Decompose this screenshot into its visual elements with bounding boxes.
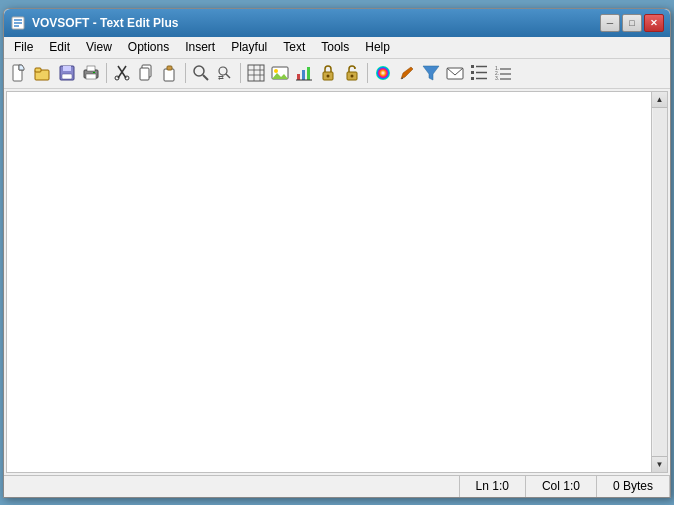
svg-rect-28 xyxy=(248,65,264,81)
separator-4 xyxy=(367,63,368,83)
app-icon xyxy=(10,15,26,31)
svg-rect-35 xyxy=(297,74,300,80)
text-editor[interactable] xyxy=(7,92,651,472)
filter-button[interactable] xyxy=(420,62,442,84)
svg-marker-5 xyxy=(19,65,24,70)
svg-rect-14 xyxy=(93,72,95,73)
svg-point-23 xyxy=(194,66,204,76)
cut-button[interactable] xyxy=(111,62,133,84)
unlock-button[interactable] xyxy=(341,62,363,84)
save-button[interactable] xyxy=(56,62,78,84)
separator-1 xyxy=(106,63,107,83)
status-bar: Ln 1:0 Col 1:0 0 Bytes xyxy=(4,475,670,497)
menu-options[interactable]: Options xyxy=(120,38,177,56)
main-window: VOVSOFT - Text Edit Plus ─ □ ✕ File Edit… xyxy=(3,8,671,498)
svg-point-42 xyxy=(351,75,354,78)
replace-button[interactable]: ⇄ xyxy=(214,62,236,84)
menu-playful[interactable]: Playful xyxy=(223,38,275,56)
svg-rect-37 xyxy=(307,67,310,80)
svg-text:3.: 3. xyxy=(495,75,499,81)
svg-rect-9 xyxy=(63,66,71,71)
svg-point-40 xyxy=(327,75,330,78)
menu-file[interactable]: File xyxy=(6,38,41,56)
numbered-list-button[interactable]: 1.2.3. xyxy=(492,62,514,84)
chart-button[interactable] xyxy=(293,62,315,84)
svg-point-43 xyxy=(376,66,390,80)
editor-area: ▲ ▼ xyxy=(6,91,668,473)
status-line-col: Ln 1:0 xyxy=(460,476,526,497)
menu-help[interactable]: Help xyxy=(357,38,398,56)
svg-rect-51 xyxy=(471,77,474,80)
scroll-down-button[interactable]: ▼ xyxy=(652,456,668,472)
table-button[interactable] xyxy=(245,62,267,84)
window-title: VOVSOFT - Text Edit Plus xyxy=(32,16,178,30)
menu-tools[interactable]: Tools xyxy=(313,38,357,56)
image-button[interactable] xyxy=(269,62,291,84)
status-spacer xyxy=(4,476,460,497)
svg-line-24 xyxy=(203,75,208,80)
svg-text:⇄: ⇄ xyxy=(218,74,224,81)
scroll-track[interactable] xyxy=(653,108,667,456)
menu-text[interactable]: Text xyxy=(275,38,313,56)
new-button[interactable] xyxy=(8,62,30,84)
status-col: Col 1:0 xyxy=(526,476,597,497)
list-button[interactable] xyxy=(468,62,490,84)
status-size: 0 Bytes xyxy=(597,476,670,497)
open-button[interactable] xyxy=(32,62,54,84)
email-button[interactable] xyxy=(444,62,466,84)
svg-rect-20 xyxy=(140,68,149,80)
print-button[interactable] xyxy=(80,62,102,84)
svg-rect-47 xyxy=(471,65,474,68)
svg-rect-49 xyxy=(471,71,474,74)
copy-button[interactable] xyxy=(135,62,157,84)
svg-rect-22 xyxy=(167,66,172,70)
menu-edit[interactable]: Edit xyxy=(41,38,78,56)
title-controls: ─ □ ✕ xyxy=(600,14,664,32)
svg-rect-12 xyxy=(86,74,96,79)
close-button[interactable]: ✕ xyxy=(644,14,664,32)
menu-view[interactable]: View xyxy=(78,38,120,56)
toolbar: ⇄ xyxy=(4,59,670,89)
svg-point-34 xyxy=(274,69,278,73)
color-button[interactable] xyxy=(372,62,394,84)
svg-rect-36 xyxy=(302,70,305,80)
svg-rect-21 xyxy=(164,69,174,81)
lock-button[interactable] xyxy=(317,62,339,84)
find-button[interactable] xyxy=(190,62,212,84)
scroll-up-button[interactable]: ▲ xyxy=(652,92,668,108)
paste-button[interactable] xyxy=(159,62,181,84)
svg-rect-7 xyxy=(35,68,41,72)
maximize-button[interactable]: □ xyxy=(622,14,642,32)
menu-bar: File Edit View Options Insert Playful Te… xyxy=(4,37,670,59)
scrollbar[interactable]: ▲ ▼ xyxy=(651,92,667,472)
svg-marker-45 xyxy=(423,66,439,80)
title-bar: VOVSOFT - Text Edit Plus ─ □ ✕ xyxy=(4,9,670,37)
minimize-button[interactable]: ─ xyxy=(600,14,620,32)
svg-rect-13 xyxy=(87,66,95,71)
separator-2 xyxy=(185,63,186,83)
svg-rect-10 xyxy=(62,74,72,79)
separator-3 xyxy=(240,63,241,83)
svg-line-26 xyxy=(226,74,230,78)
menu-insert[interactable]: Insert xyxy=(177,38,223,56)
title-bar-left: VOVSOFT - Text Edit Plus xyxy=(10,15,178,31)
pen-button[interactable] xyxy=(396,62,418,84)
